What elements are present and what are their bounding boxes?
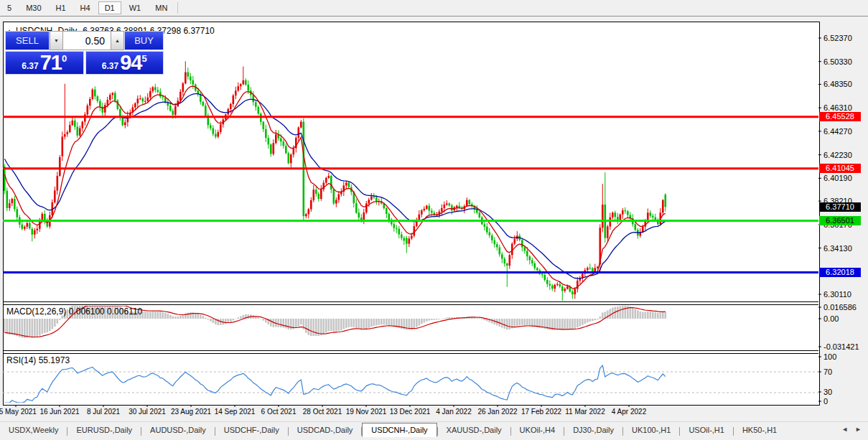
price-level-label-6.36501: 6.36501: [819, 216, 861, 225]
price-level-label-6.41045: 6.41045: [819, 164, 861, 173]
volume-increase-button[interactable]: ▲: [111, 31, 124, 50]
rsi-name: RSI(14): [6, 355, 36, 365]
rsi-tick-30: 30: [823, 388, 832, 396]
buy-price-display[interactable]: 6.37 94 5: [85, 51, 164, 75]
price-tick-6.46310: 6.46310: [823, 103, 852, 112]
tab-usdchf-daily[interactable]: USDCHF-,Daily: [215, 423, 288, 436]
volume-decrease-button[interactable]: ▼: [50, 31, 63, 50]
macd-current-values: 0.006100 0.006110: [69, 306, 143, 317]
rsi-indicator-label: RSI(14) 55.1973: [6, 355, 70, 365]
date-label: 6 Oct 2021: [261, 408, 297, 416]
price-level-label-6.45528: 6.45528: [819, 112, 861, 121]
tab-usdcnh-daily[interactable]: USDCNH-,Daily: [362, 423, 437, 437]
tab-usoil-h1[interactable]: USOil-,H1: [680, 423, 733, 436]
price-tick-6.48350: 6.48350: [823, 80, 852, 88]
date-label: 28 Oct 2021: [303, 408, 342, 416]
date-label: 30 Jul 2021: [129, 408, 166, 416]
tab-usdcad-daily[interactable]: USDCAD-,Daily: [289, 423, 362, 436]
rsi-tick-70: 70: [823, 368, 832, 376]
one-click-trade-widget: SELL ▼ 0.50 ▲ BUY 6.37 71 0 6.37 94 5: [5, 31, 164, 75]
chart-canvas[interactable]: [3, 22, 820, 406]
price-tick-6.52370: 6.52370: [823, 34, 852, 42]
tab-eurusd-daily[interactable]: EURUSD-,Daily: [67, 423, 141, 436]
macd-name: MACD(12,26,9): [6, 306, 66, 317]
buy-price-main: 94: [120, 52, 141, 73]
rsi-current-value: 55.1973: [39, 355, 70, 365]
buy-price-prefix: 6.37: [102, 61, 118, 71]
sell-price-display[interactable]: 6.37 71 0: [5, 51, 84, 75]
tab-uk100-h1[interactable]: UK100-,H1: [623, 423, 679, 436]
tab-scroll-right-icon[interactable]: ►: [851, 423, 865, 435]
rsi-tick-0: 0: [823, 397, 828, 406]
toolbar-separator: [177, 2, 178, 14]
date-label: 23 Aug 2021: [171, 408, 211, 416]
buy-price-pip: 5: [141, 53, 146, 64]
tab-ukoil-h4[interactable]: UKOil-,H4: [511, 423, 564, 436]
date-label: 25 May 2021: [0, 408, 37, 416]
rsi-tick-100: 100: [823, 352, 836, 361]
date-label: 11 Mar 2022: [565, 408, 605, 416]
tab-hk50-h1[interactable]: HK50-,H1: [734, 423, 785, 436]
date-label: 13 Dec 2021: [390, 408, 431, 416]
sell-price-pip: 0: [62, 53, 67, 64]
buy-button[interactable]: BUY: [124, 31, 164, 50]
price-level-label-6.37710: 6.37710: [819, 202, 861, 212]
macd-tick-0.00: 0.00: [823, 314, 839, 323]
price-tick-6.34130: 6.34130: [823, 244, 852, 253]
price-level-label-6.32018: 6.32018: [819, 268, 861, 277]
tab-xauusd-daily[interactable]: XAUUSD-,Daily: [438, 423, 510, 436]
timeframe-button-w1[interactable]: W1: [123, 1, 148, 14]
sell-button[interactable]: SELL: [5, 31, 50, 50]
timeframe-button-5[interactable]: 5: [1, 1, 18, 14]
timeframe-button-h4[interactable]: H4: [74, 1, 97, 14]
price-tick-6.50330: 6.50330: [823, 57, 852, 66]
tab-usdx-weekly[interactable]: USDX,Weekly: [0, 423, 67, 436]
tab-audusd-daily[interactable]: AUDUSD-,Daily: [141, 423, 215, 436]
timeframe-button-h1[interactable]: H1: [50, 1, 73, 14]
sell-price-main: 71: [40, 52, 62, 73]
price-tick-6.42230: 6.42230: [823, 151, 852, 159]
tab-scroll-arrows: ◄►: [838, 423, 865, 435]
timeframe-button-m30[interactable]: M30: [19, 1, 47, 14]
macd-indicator-label: MACD(12,26,9) 0.006100 0.006110: [6, 306, 142, 317]
date-label: 14 Sep 2021: [215, 408, 256, 416]
chart-tab-bar: USDX,WeeklyEURUSD-,DailyAUDUSD-,DailyUSD…: [0, 421, 868, 440]
date-label: 26 Jan 2022: [477, 408, 517, 416]
price-tick-6.30110: 6.30110: [823, 290, 851, 299]
price-tick-6.40190: 6.40190: [823, 174, 852, 182]
tab-dj30-daily[interactable]: DJ30-,Daily: [564, 423, 622, 436]
timeframe-toolbar: 5M30H1H4D1W1MN: [0, 0, 868, 17]
timeframe-button-mn[interactable]: MN: [149, 1, 174, 14]
date-label: 19 Nov 2021: [346, 408, 387, 416]
date-label: 4 Apr 2022: [612, 408, 646, 416]
tab-scroll-left-icon[interactable]: ◄: [838, 423, 851, 435]
macd-tick--0.031421: -0.031421: [823, 342, 859, 351]
date-label: 16 Jun 2021: [39, 408, 79, 416]
sell-price-prefix: 6.37: [22, 61, 38, 71]
date-label: 17 Feb 2022: [521, 408, 561, 416]
timeframe-button-d1[interactable]: D1: [98, 1, 121, 14]
date-label: 8 Jul 2021: [87, 408, 120, 416]
date-label: 4 Jan 2022: [436, 408, 472, 416]
macd-tick-0.016586: 0.016586: [823, 303, 857, 312]
volume-input[interactable]: 0.50: [63, 31, 111, 50]
price-tick-6.44270: 6.44270: [823, 127, 852, 136]
